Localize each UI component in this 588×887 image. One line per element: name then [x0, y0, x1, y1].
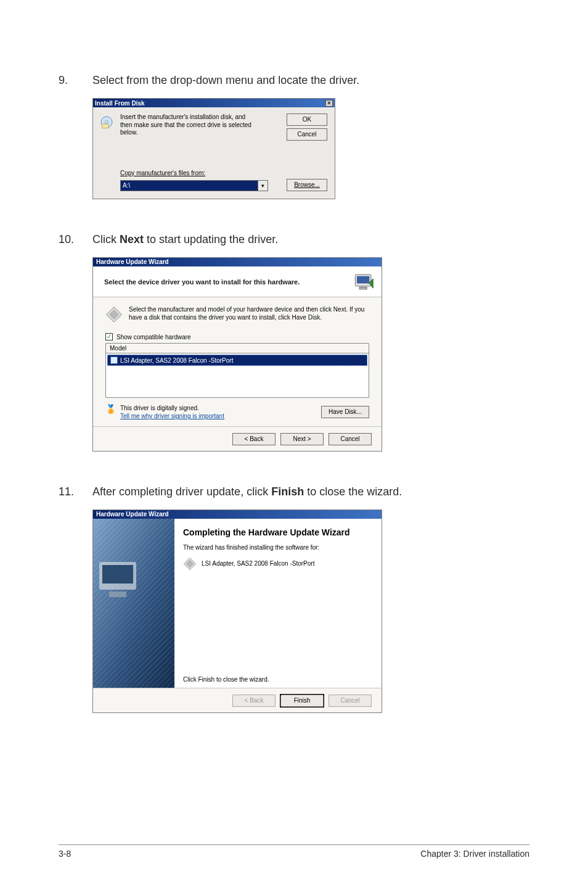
- model-list-item-label: LSI Adapter, SAS2 2008 Falcon -StorPort: [120, 357, 233, 364]
- step-11-num: 11.: [59, 485, 92, 498]
- dialog2-header: Select the device driver you want to ins…: [93, 266, 382, 297]
- dialog2-instruction: Select the manufacturer and model of you…: [129, 306, 369, 323]
- copy-from-combo[interactable]: A:\ ▾: [120, 180, 268, 191]
- close-hint: Click Finish to close the wizard.: [183, 676, 373, 683]
- dialog2-header-text: Select the device driver you want to ins…: [104, 278, 300, 286]
- step-10: 10. Click Next to start updating the dri…: [59, 233, 529, 246]
- step-11-text: After completing driver update, click Fi…: [92, 485, 529, 498]
- certificate-icon: 🏅: [105, 404, 115, 414]
- dialog3-footer: < Back Finish Cancel: [93, 688, 382, 712]
- install-from-disk-dialog: Install From Disk × Insert the manufactu…: [92, 98, 335, 199]
- completing-driver-name: LSI Adapter, SAS2 2008 Falcon -StorPort: [202, 560, 314, 567]
- driver-signed-text: This driver is digitally signed.: [120, 404, 224, 412]
- browse-button[interactable]: Browse...: [287, 179, 327, 191]
- driver-signing-link[interactable]: Tell me why driver signing is important: [120, 413, 224, 419]
- model-list-group: Model LSI Adapter, SAS2 2008 Falcon -Sto…: [105, 343, 369, 398]
- disk-icon: [99, 115, 114, 130]
- completing-heading: Completing the Hardware Update Wizard: [183, 527, 373, 538]
- chevron-down-icon[interactable]: ▾: [258, 181, 267, 191]
- close-icon[interactable]: ×: [325, 100, 333, 107]
- model-label: Model: [106, 344, 369, 353]
- model-list[interactable]: LSI Adapter, SAS2 2008 Falcon -StorPort: [106, 353, 369, 397]
- step-9: 9. Select from the drop-down menu and lo…: [59, 74, 529, 87]
- hardware-update-wizard-complete: Hardware Update Wizard: [92, 510, 382, 713]
- back-button[interactable]: < Back: [232, 433, 276, 445]
- cancel-button-3: Cancel: [329, 695, 372, 707]
- step-10-num: 10.: [59, 233, 92, 246]
- step-9-num: 9.: [59, 74, 92, 87]
- wizard-sidebar-image: [93, 519, 174, 688]
- model-list-item[interactable]: LSI Adapter, SAS2 2008 Falcon -StorPort: [107, 355, 367, 366]
- cancel-button[interactable]: Cancel: [287, 128, 327, 141]
- svg-rect-14: [109, 592, 126, 597]
- step-10-text: Click Next to start updating the driver.: [92, 233, 529, 246]
- page-number: 3-8: [59, 849, 71, 859]
- checkbox-checked-icon[interactable]: ✓: [105, 333, 113, 340]
- dialog1-titlebar: Install From Disk ×: [93, 99, 335, 107]
- cancel-button-2[interactable]: Cancel: [329, 433, 372, 445]
- driver-diamond-icon: [183, 557, 197, 571]
- device-icon: [110, 357, 118, 364]
- chapter-label: Chapter 3: Driver installation: [420, 849, 529, 859]
- driver-diamond-icon: [105, 306, 123, 323]
- back-button-3: < Back: [232, 695, 276, 707]
- completing-sub: The wizard has finished installing the s…: [183, 544, 373, 551]
- dialog2-instruction-row: Select the manufacturer and model of you…: [105, 306, 369, 323]
- svg-rect-11: [93, 519, 174, 688]
- ok-button[interactable]: OK: [287, 113, 327, 126]
- dialog1-title: Install From Disk: [95, 100, 145, 107]
- wizard-icon: [353, 271, 374, 292]
- driver-signed-row: 🏅 This driver is digitally signed. Tell …: [105, 404, 369, 420]
- show-compatible-checkbox-row[interactable]: ✓ Show compatible hardware: [105, 333, 369, 340]
- dialog2-titlebar: Hardware Update Wizard: [93, 258, 382, 266]
- step-9-text: Select from the drop-down menu and locat…: [92, 74, 529, 87]
- finish-button[interactable]: Finish: [280, 695, 324, 707]
- step-11: 11. After completing driver update, clic…: [59, 485, 529, 498]
- dialog3-titlebar: Hardware Update Wizard: [93, 510, 382, 519]
- svg-rect-4: [357, 276, 369, 283]
- dialog1-message: Insert the manufacturer's installation d…: [120, 113, 256, 137]
- completing-driver-row: LSI Adapter, SAS2 2008 Falcon -StorPort: [183, 557, 373, 571]
- show-compatible-label: Show compatible hardware: [116, 334, 191, 340]
- copy-from-value: A:\: [121, 181, 258, 191]
- svg-rect-2: [102, 124, 109, 128]
- copy-from-label: Copy manufacturer's files from:: [120, 170, 205, 176]
- page-footer: 3-8 Chapter 3: Driver installation: [59, 844, 529, 859]
- svg-rect-13: [102, 565, 133, 584]
- dialog2-footer: < Back Next > Cancel: [93, 426, 382, 451]
- svg-point-1: [105, 121, 108, 124]
- hardware-update-wizard-select: Hardware Update Wizard Select the device…: [92, 257, 382, 452]
- have-disk-button[interactable]: Have Disk...: [321, 406, 369, 418]
- svg-rect-5: [359, 287, 367, 289]
- next-button[interactable]: Next >: [280, 433, 324, 445]
